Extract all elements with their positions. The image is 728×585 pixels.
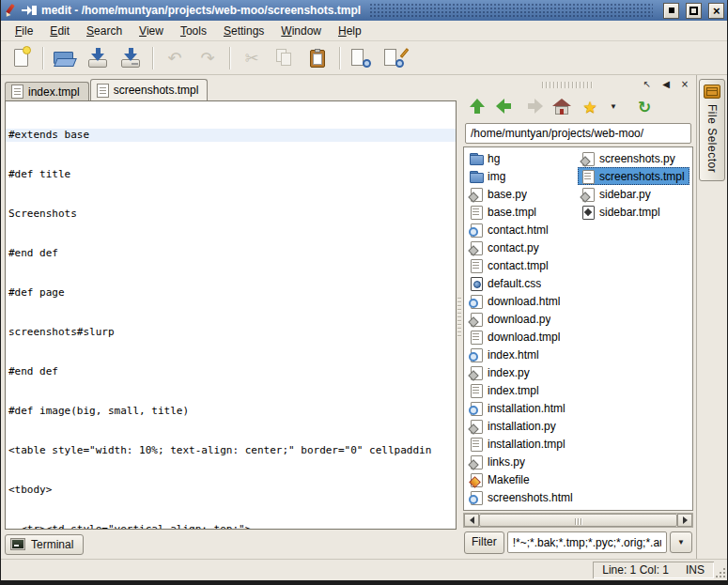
refresh-button[interactable]: ↻ — [632, 95, 657, 119]
tab-screenshots-tmpl[interactable]: screenshots.tmpl — [90, 79, 209, 100]
right-arrow-icon — [683, 516, 688, 524]
text-file-icon — [469, 205, 484, 220]
file-list[interactable]: hg img base.py base.tmpl contact.html co… — [463, 146, 693, 511]
file-item[interactable]: screenshots.py — [578, 149, 689, 167]
panel-drag-handle[interactable] — [541, 82, 594, 88]
save-button[interactable] — [82, 44, 114, 72]
toolbar: ↶ ↷ ✂ — [1, 41, 727, 75]
minimize-button[interactable] — [663, 3, 679, 19]
file-item[interactable]: base.py — [466, 185, 578, 203]
menu-search[interactable]: Search — [78, 22, 131, 40]
file-item[interactable]: links.py — [466, 453, 578, 470]
panel-hide-button[interactable]: ◀ — [659, 78, 673, 91]
folder-icon — [469, 169, 484, 184]
bottom-pane-bar: Terminal — [5, 530, 457, 559]
filter-history-button[interactable]: ▼ — [670, 531, 692, 553]
python-file-icon — [581, 187, 596, 202]
window-resize-grip[interactable] — [716, 568, 725, 577]
file-item[interactable]: download.tmpl — [466, 328, 578, 346]
scroll-right-button[interactable] — [677, 514, 692, 527]
maximize-button[interactable] — [686, 3, 702, 19]
text-file-icon — [469, 258, 484, 273]
panel-detach-button[interactable]: ↖ — [641, 78, 654, 91]
file-item[interactable]: default.css — [466, 274, 578, 292]
editor-line: <tbody> — [8, 484, 456, 497]
binary-file-icon — [581, 205, 596, 220]
menu-view[interactable]: View — [131, 22, 172, 40]
html-file-icon — [469, 401, 484, 416]
chevron-down-icon: ▼ — [610, 103, 617, 111]
paste-button[interactable] — [302, 44, 333, 72]
file-item[interactable]: contact.py — [466, 239, 578, 256]
menu-edit[interactable]: Edit — [41, 22, 78, 40]
panel-close-button[interactable]: × — [678, 78, 691, 91]
horizontal-scrollbar[interactable] — [463, 513, 693, 528]
file-item[interactable]: screenshots.html — [466, 488, 578, 506]
tab-index-tmpl[interactable]: index.tmpl — [5, 82, 89, 100]
toolbar-separator — [229, 47, 230, 69]
file-item[interactable]: sidebar.tmpl — [578, 203, 689, 221]
file-item[interactable]: contact.tmpl — [466, 256, 578, 274]
path-input[interactable] — [465, 123, 691, 144]
file-item[interactable]: installation.py — [466, 417, 578, 435]
python-file-icon — [469, 454, 484, 470]
cursor-status-box: Line: 1 Col: 1 INS — [593, 562, 714, 578]
file-item[interactable]: img — [466, 167, 578, 185]
file-item[interactable]: sidebar.py — [578, 185, 689, 203]
file-item[interactable]: download.html — [466, 292, 578, 310]
close-button[interactable]: × — [708, 3, 724, 19]
file-item[interactable]: index.tmpl — [466, 381, 578, 399]
titlebar[interactable]: medit - /home/muntyan/projects/web-moo/s… — [1, 0, 727, 21]
document-icon — [11, 85, 23, 99]
forward-arrow-icon — [523, 99, 544, 115]
menu-file[interactable]: File — [7, 22, 41, 40]
redo-icon: ↷ — [200, 50, 214, 67]
file-item-selected[interactable]: screenshots.tmpl — [578, 167, 689, 185]
file-item[interactable]: index.html — [466, 346, 578, 363]
main-area: index.tmpl screenshots.tmpl #extends bas… — [1, 75, 727, 559]
tab-label: index.tmpl — [28, 85, 80, 99]
save-as-button[interactable] — [115, 44, 147, 72]
menu-settings[interactable]: Settings — [215, 22, 272, 40]
new-document-icon — [14, 49, 28, 67]
scroll-left-button[interactable] — [464, 514, 479, 527]
minimize-icon — [669, 8, 674, 13]
go-back-button[interactable] — [493, 95, 518, 119]
scrollbar-thumb[interactable] — [479, 514, 677, 527]
terminal-icon — [10, 538, 25, 550]
html-file-icon — [469, 347, 484, 362]
filter-row: Filter ▼ — [463, 528, 693, 556]
window-title: medit - /home/muntyan/projects/web-moo/s… — [41, 4, 361, 17]
filter-input[interactable] — [507, 531, 667, 553]
file-item[interactable]: contact.html — [466, 221, 578, 239]
bookmarks-dropdown-button[interactable]: ▼ — [606, 95, 621, 119]
star-icon: ★ — [582, 100, 596, 115]
toolbar-separator — [42, 47, 43, 69]
file-item[interactable]: installation.html — [466, 399, 578, 417]
file-item[interactable]: download.py — [466, 310, 578, 328]
menu-window[interactable]: Window — [272, 22, 330, 40]
file-item[interactable]: Makefile — [466, 470, 578, 488]
file-item[interactable]: base.tmpl — [466, 203, 578, 221]
file-selector-tab[interactable]: File Selector — [699, 79, 725, 181]
filter-toggle-button[interactable]: Filter — [464, 531, 504, 554]
open-button[interactable] — [49, 44, 81, 72]
editor-textview[interactable]: #extends base #def title Screenshots #en… — [5, 100, 457, 530]
insert-mode-indicator: INS — [686, 563, 705, 577]
text-file-icon — [469, 330, 484, 345]
file-item[interactable]: installation.tmpl — [466, 435, 578, 453]
file-item[interactable]: hg — [466, 149, 578, 167]
find-button[interactable] — [346, 44, 378, 72]
copy-icon — [275, 49, 294, 68]
go-up-button[interactable] — [465, 95, 489, 119]
go-home-button[interactable] — [550, 95, 574, 119]
menu-help[interactable]: Help — [330, 22, 370, 40]
terminal-pane-button[interactable]: Terminal — [5, 534, 84, 555]
bookmarks-button[interactable]: ★ — [578, 95, 602, 119]
menu-tools[interactable]: Tools — [172, 22, 215, 40]
file-item[interactable]: index.py — [466, 363, 578, 381]
pane-splitter[interactable] — [457, 75, 462, 559]
new-document-button[interactable] — [5, 44, 37, 72]
menubar: File Edit Search View Tools Settings Win… — [1, 21, 727, 41]
replace-button[interactable] — [379, 44, 410, 72]
